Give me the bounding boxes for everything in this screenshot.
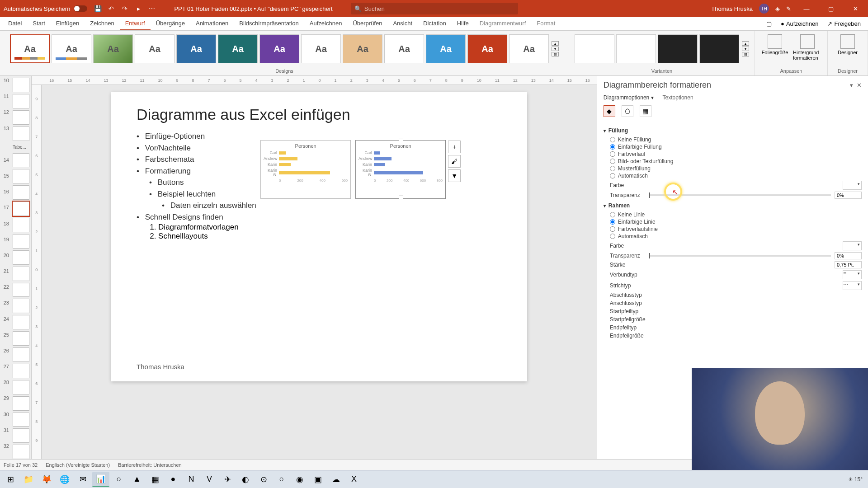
slide-thumb[interactable] bbox=[13, 331, 29, 346]
effects-icon[interactable]: ⬠ bbox=[622, 105, 633, 117]
explorer-icon[interactable]: 📁 bbox=[20, 472, 37, 487]
outlook-icon[interactable]: ✉ bbox=[74, 472, 91, 487]
tab-dictation[interactable]: Dictation bbox=[418, 17, 452, 30]
pane-tab-text[interactable]: Textoptionen bbox=[663, 94, 693, 101]
fill-option[interactable]: Keine Füllung bbox=[610, 136, 862, 143]
app-icon[interactable]: ▲ bbox=[128, 472, 146, 487]
slide-thumb[interactable] bbox=[13, 364, 29, 378]
fill-option[interactable]: Bild- oder Texturfüllung bbox=[610, 158, 862, 164]
onenote-icon[interactable]: N bbox=[183, 472, 200, 487]
variant-thumb[interactable] bbox=[616, 34, 656, 63]
themes-gallery[interactable]: Aa Aa Aa Aa Aa Aa Aa Aa Aa Aa Aa Aa Aa ▴… bbox=[8, 33, 561, 65]
slide-thumb[interactable] bbox=[13, 299, 29, 313]
slide-thumb[interactable] bbox=[13, 202, 29, 216]
border-color-picker[interactable] bbox=[843, 241, 862, 250]
theme-thumb[interactable]: Aa bbox=[218, 34, 258, 63]
pane-options-icon[interactable]: ▾ bbox=[850, 82, 853, 89]
maximize-button[interactable]: ▢ bbox=[822, 0, 840, 17]
app-icon[interactable]: ☁ bbox=[327, 472, 344, 487]
telegram-icon[interactable]: ✈ bbox=[219, 472, 236, 487]
slide-thumb[interactable] bbox=[13, 347, 29, 362]
chart-styles-button[interactable]: 🖌 bbox=[448, 155, 461, 168]
slide-thumb[interactable] bbox=[13, 218, 29, 232]
tab-uebergaenge[interactable]: Übergänge bbox=[151, 17, 190, 30]
theme-thumb[interactable]: Aa bbox=[384, 34, 424, 63]
fill-option[interactable]: Einfarbige Füllung bbox=[610, 144, 862, 150]
undo-icon[interactable]: ↶ bbox=[107, 5, 115, 13]
variant-thumb[interactable] bbox=[658, 34, 698, 63]
slide-thumb[interactable] bbox=[13, 428, 29, 443]
tab-bildschirm[interactable]: Bildschirmpräsentation bbox=[234, 17, 304, 30]
tab-animationen[interactable]: Animationen bbox=[190, 17, 234, 30]
search-input[interactable] bbox=[364, 5, 514, 12]
slide-thumb[interactable] bbox=[13, 380, 29, 394]
present-icon[interactable]: ▸ bbox=[134, 5, 142, 13]
save-icon[interactable]: 💾 bbox=[94, 5, 102, 13]
variants-more[interactable]: ▴▾⊟ bbox=[742, 34, 749, 63]
excel-icon[interactable]: X bbox=[345, 472, 363, 487]
chart-1[interactable]: Personen CarlAndrewKarinKarin B. 0200400… bbox=[260, 140, 351, 199]
variants-gallery[interactable]: ▴▾⊟ bbox=[573, 33, 751, 65]
slide-thumb[interactable] bbox=[13, 234, 29, 249]
theme-thumb[interactable]: Aa bbox=[426, 34, 466, 63]
qat-more-icon[interactable]: ⋯ bbox=[148, 5, 156, 13]
border-width-value[interactable] bbox=[835, 261, 862, 268]
slide-thumb[interactable] bbox=[13, 169, 29, 183]
app-icon[interactable]: ▣ bbox=[309, 472, 326, 487]
format-background-button[interactable]: Hintergrund formatieren bbox=[791, 33, 824, 62]
record-button[interactable]: ● Aufzeichnen bbox=[776, 17, 823, 30]
chart-elements-button[interactable]: + bbox=[448, 141, 461, 153]
redo-icon[interactable]: ↷ bbox=[121, 5, 129, 13]
tab-aufzeichnen[interactable]: Aufzeichnen bbox=[304, 17, 348, 30]
autosave-toggle[interactable] bbox=[74, 5, 87, 12]
border-option[interactable]: Farbverlaufslinie bbox=[610, 226, 862, 232]
slide-thumb[interactable] bbox=[13, 267, 29, 281]
tab-datei[interactable]: Datei bbox=[3, 17, 27, 30]
slide-size-button[interactable]: Foliengröße bbox=[759, 33, 791, 62]
theme-thumb[interactable]: Aa bbox=[135, 34, 175, 63]
compound-type-picker[interactable]: ≡ bbox=[843, 270, 862, 279]
start-button[interactable]: ⊞ bbox=[2, 472, 19, 487]
user-avatar[interactable]: TH bbox=[759, 4, 769, 14]
section-label[interactable]: Tabe... bbox=[13, 145, 29, 150]
border-transparency-value[interactable] bbox=[835, 252, 862, 259]
dash-type-picker[interactable]: ⋯ bbox=[843, 281, 862, 290]
variant-thumb[interactable] bbox=[699, 34, 739, 63]
slide-thumb[interactable] bbox=[13, 315, 29, 329]
theme-thumb[interactable]: Aa bbox=[301, 34, 341, 63]
section-fill[interactable]: Füllung bbox=[604, 127, 862, 134]
slide-thumb[interactable] bbox=[13, 413, 29, 427]
border-option[interactable]: Keine Linie bbox=[610, 211, 862, 218]
share-button[interactable]: ↗ Freigeben bbox=[823, 17, 865, 30]
app-icon[interactable]: ◉ bbox=[291, 472, 308, 487]
tab-ueberpruefen[interactable]: Überprüfen bbox=[347, 17, 387, 30]
theme-thumb[interactable]: Aa bbox=[93, 34, 133, 63]
border-transparency-slider[interactable] bbox=[649, 255, 831, 257]
slide-thumb[interactable] bbox=[13, 396, 29, 411]
powerpoint-icon[interactable]: 📊 bbox=[92, 472, 109, 487]
border-option[interactable]: Automatisch bbox=[610, 233, 862, 239]
user-name[interactable]: Thomas Hruska bbox=[711, 5, 753, 12]
variant-thumb[interactable] bbox=[575, 34, 614, 63]
app-icon[interactable]: ○ bbox=[273, 472, 290, 487]
slide-thumb[interactable] bbox=[13, 283, 29, 297]
diamond-icon[interactable]: ◈ bbox=[775, 5, 780, 12]
slide-author[interactable]: Thomas Hruska bbox=[137, 363, 184, 371]
border-option[interactable]: Einfarbige Linie bbox=[610, 219, 862, 225]
vscode-icon[interactable]: V bbox=[201, 472, 218, 487]
slide-thumb[interactable] bbox=[13, 78, 29, 92]
tab-ansicht[interactable]: Ansicht bbox=[387, 17, 418, 30]
slide[interactable]: Diagramme aus Excel einfügen Einfüge-Opt… bbox=[111, 92, 527, 381]
app-icon[interactable]: ⊙ bbox=[255, 472, 272, 487]
chart-filters-button[interactable]: ▼ bbox=[448, 169, 461, 182]
pane-close-icon[interactable]: ✕ bbox=[857, 82, 862, 89]
size-properties-icon[interactable]: ▦ bbox=[640, 105, 651, 117]
themes-more[interactable]: ▴▾⊟ bbox=[552, 41, 559, 56]
slide-title[interactable]: Diagramme aus Excel einfügen bbox=[137, 106, 502, 123]
app-icon[interactable]: ● bbox=[165, 472, 182, 487]
fill-option[interactable]: Automatisch bbox=[610, 173, 862, 179]
slide-thumb[interactable] bbox=[13, 153, 29, 168]
fill-option[interactable]: Musterfüllung bbox=[610, 165, 862, 172]
tab-hilfe[interactable]: Hilfe bbox=[452, 17, 474, 30]
minimize-button[interactable]: — bbox=[797, 0, 816, 17]
